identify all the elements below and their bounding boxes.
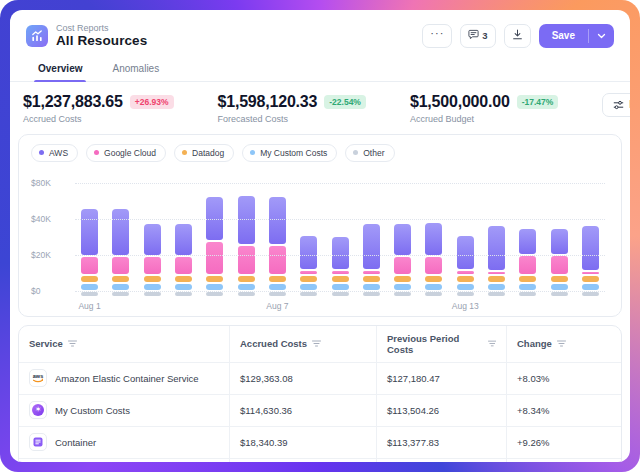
bar-segment-datadog (394, 276, 411, 282)
bar-segment-datadog (112, 276, 129, 282)
save-dropdown-button[interactable] (589, 24, 614, 48)
gridline (75, 183, 605, 184)
bar-segment-other (488, 292, 505, 296)
tab-overview[interactable]: Overview (36, 59, 84, 81)
change-cell: +8.03% (506, 363, 621, 394)
bar-segment-my-custom-costs (238, 284, 255, 289)
bar-segment-other (363, 292, 380, 296)
legend-dot (94, 150, 99, 155)
aws-icon: aws (29, 369, 47, 387)
column-header-service[interactable]: Service (19, 326, 229, 362)
bar-segment-google-cloud (394, 257, 411, 274)
bar-segment-google-cloud (175, 257, 192, 274)
service-name: Amazon Elastic Container Service (55, 373, 199, 384)
stat-change-badge: +26.93% (130, 95, 174, 109)
table-row[interactable]: awsAmazon Elastic Container Service$129,… (19, 362, 621, 394)
bar-segment-my-custom-costs (457, 284, 474, 289)
legend-item-other[interactable]: Other (345, 144, 394, 162)
bar-aug-10 (363, 224, 380, 296)
service-cell: ✶My Custom Costs (19, 395, 229, 426)
x-axis-tick-label: Aug 1 (78, 301, 100, 311)
header: Cost Reports All Resources ··· 3 (10, 10, 630, 57)
legend-dot (182, 150, 187, 155)
table-row[interactable]: Cloud Data Fusion$17,349.37$17,349.37+16… (19, 458, 621, 462)
stat-change-badge: -22.54% (324, 95, 366, 109)
more-button[interactable]: ··· (422, 24, 452, 48)
custom-costs-icon: ✶ (29, 401, 47, 419)
y-axis-tick-label: $80K (31, 178, 67, 188)
bar-segment-aws (425, 223, 442, 255)
column-header-accrued-costs[interactable]: Accrued Costs (229, 326, 376, 362)
bar-segment-other (582, 292, 599, 296)
container-icon (29, 433, 47, 451)
gridline (75, 219, 605, 220)
stacked-bar-chart: Aug 1Aug 7Aug 13 $0$20K$40K$80K (31, 172, 609, 312)
bar-segment-datadog (582, 276, 599, 282)
stat-value: $1,237,883.65 (23, 93, 123, 111)
bar-aug-6 (238, 196, 255, 296)
legend-item-google-cloud[interactable]: Google Cloud (86, 144, 166, 162)
accrued-costs-cell: $129,363.08 (229, 363, 376, 394)
previous-period-cell: $113,377.83 (376, 427, 506, 458)
bar-segment-my-custom-costs (363, 284, 380, 289)
stat-label: Accrued Costs (23, 114, 174, 124)
legend-label: My Custom Costs (260, 148, 327, 158)
legend-label: Datadog (192, 148, 224, 158)
bar-segment-aws (551, 229, 568, 254)
save-button[interactable]: Save (539, 24, 588, 48)
bar-aug-12 (425, 223, 442, 296)
table-row[interactable]: ✶My Custom Costs$114,630.36$113,504.26+8… (19, 394, 621, 426)
stat-forecasted-costs: $1,598,120.33 -22.54% Forecasted Costs (218, 93, 366, 124)
bar-aug-1: Aug 1 (81, 209, 98, 296)
column-header-label: Accrued Costs (240, 338, 307, 349)
legend-label: Other (363, 148, 384, 158)
bar-segment-aws (300, 236, 317, 269)
stats-row: $1,237,883.65 +26.93% Accrued Costs $1,5… (10, 82, 630, 134)
bar-aug-16 (551, 229, 568, 295)
y-axis-tick-label: $40K (31, 214, 67, 224)
table-header-row: ServiceAccrued CostsPrevious Period Cost… (19, 326, 621, 362)
bar-segment-datadog (269, 276, 286, 282)
bar-segment-other (519, 292, 536, 296)
bar-segment-other (112, 292, 129, 296)
legend-item-my-custom-costs[interactable]: My Custom Costs (242, 144, 337, 162)
table-row[interactable]: Container$18,340.39$113,377.83+9.26% (19, 426, 621, 458)
y-axis-tick-label: $20K (31, 250, 67, 260)
bar-segment-google-cloud (332, 271, 349, 274)
cost-chart-panel: AWSGoogle CloudDatadogMy Custom CostsOth… (18, 134, 622, 317)
x-axis-tick-label: Aug 13 (452, 301, 479, 311)
bar-segment-datadog (238, 276, 255, 282)
bar-segment-datadog (488, 276, 505, 282)
legend-dot (250, 150, 255, 155)
download-button[interactable] (504, 24, 531, 48)
bar-segment-google-cloud (300, 271, 317, 274)
sort-icon (312, 340, 321, 347)
bar-segment-aws (238, 196, 255, 244)
bar-segment-aws (144, 224, 161, 255)
change-cell: +9.26% (506, 427, 621, 458)
legend-item-aws[interactable]: AWS (31, 144, 78, 162)
legend-label: Google Cloud (104, 148, 156, 158)
download-icon (512, 29, 523, 42)
bar-segment-datadog (175, 276, 192, 282)
bar-segment-aws (112, 209, 129, 255)
column-header-change[interactable]: Change (506, 326, 621, 362)
service-name: My Custom Costs (55, 405, 130, 416)
comments-button[interactable]: 3 (460, 24, 495, 48)
bar-aug-15 (519, 229, 536, 295)
x-axis-tick-label: Aug 7 (266, 301, 288, 311)
bar-segment-datadog (206, 276, 223, 282)
bar-aug-8 (300, 236, 317, 296)
legend-item-datadog[interactable]: Datadog (174, 144, 234, 162)
tab-anomalies[interactable]: Anomalies (110, 59, 161, 81)
y-axis-tick-label: $0 (31, 286, 67, 296)
stat-value: $1,598,120.33 (218, 93, 318, 111)
bar-aug-7: Aug 7 (269, 197, 286, 296)
stat-label: Accrued Budget (410, 114, 558, 124)
service-name: Container (55, 437, 96, 448)
report-chart-icon (26, 25, 48, 47)
column-header-previous-period-costs[interactable]: Previous Period Costs (376, 326, 506, 362)
bar-segment-other (300, 292, 317, 296)
filter-button[interactable]: Filter (602, 93, 630, 117)
more-icon: ··· (430, 28, 444, 39)
